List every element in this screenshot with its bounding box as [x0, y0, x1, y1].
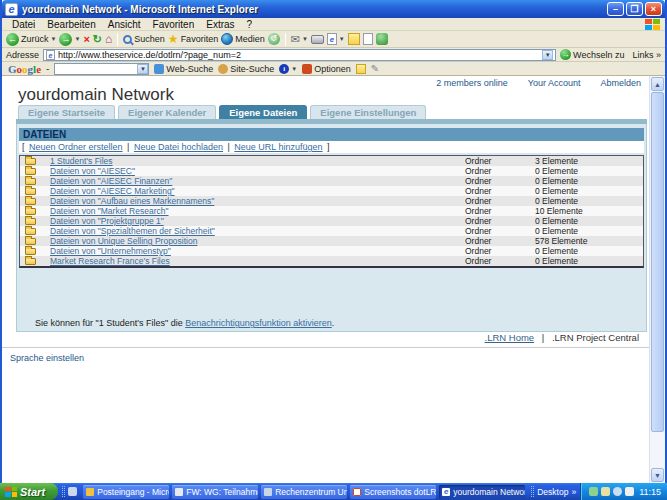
language-link[interactable]: Sprache einstellen	[10, 353, 84, 363]
history-button[interactable]: ↺	[268, 33, 280, 45]
links-toolbar[interactable]: Links »	[632, 50, 661, 60]
taskbar-grip[interactable]	[531, 486, 534, 497]
folder-link[interactable]: Market Research France's Files	[50, 256, 170, 266]
minimize-button[interactable]: –	[607, 2, 624, 16]
outlook-icon	[86, 488, 94, 496]
home-button[interactable]: ⌂	[105, 33, 112, 46]
google-search-input[interactable]: ▼	[54, 63, 149, 75]
scroll-down-icon[interactable]: ▼	[651, 468, 664, 482]
address-url[interactable]: http://www.theservice.de/dotlrn/?page_nu…	[58, 50, 539, 60]
table-row: Dateien von "AIESEC Finanzen" Ordner 0 E…	[20, 176, 643, 186]
logout-link[interactable]: Abmelden	[600, 78, 641, 88]
tray-network-icon[interactable]	[613, 487, 622, 496]
search-label: Suchen	[134, 34, 165, 44]
back-dropdown-icon[interactable]: ▼	[51, 36, 57, 42]
folder-link[interactable]: Dateien von "AIESEC"	[50, 166, 135, 176]
mail-button[interactable]: ✉▼	[291, 33, 308, 46]
folder-link[interactable]: Dateien von Unique Selling Proposition	[50, 236, 197, 246]
messenger-button[interactable]	[376, 33, 388, 45]
discuss-button[interactable]	[348, 33, 360, 45]
page-info-button[interactable]: i ▼	[279, 64, 297, 74]
desktop-chevron-icon[interactable]: »	[571, 487, 576, 497]
folder-link[interactable]: Dateien von "Projektgruppe 1"	[50, 216, 164, 226]
footer-divider	[2, 347, 649, 348]
title-bar[interactable]: e yourdomain Network - Microsoft Interne…	[2, 0, 665, 18]
lrn-home-link[interactable]: .LRN Home	[485, 332, 535, 343]
print-button[interactable]	[311, 35, 324, 44]
tab-3[interactable]: Eigene Dateien	[219, 105, 307, 119]
address-input[interactable]: e http://www.theservice.de/dotlrn/?page_…	[43, 49, 556, 61]
edit-dropdown-icon[interactable]: ▼	[339, 36, 345, 42]
menu-item[interactable]: Favoriten	[147, 19, 201, 30]
menu-item[interactable]: Datei	[6, 19, 41, 30]
forward-dropdown-icon[interactable]: ▼	[74, 36, 80, 42]
taskbar-grip[interactable]	[62, 486, 65, 497]
refresh-button[interactable]: ↻	[93, 33, 102, 46]
folder-link[interactable]: Dateien von "Spezialthemen der Sicherhei…	[50, 226, 215, 236]
quick-launch-icon[interactable]	[68, 487, 77, 496]
search-button[interactable]: Suchen	[123, 34, 165, 44]
media-globe-icon	[221, 33, 233, 45]
window-icon	[264, 488, 272, 496]
row-type-cell: Ordner	[465, 206, 535, 216]
back-button[interactable]: ← Zurück ▼	[6, 33, 56, 46]
folder-link[interactable]: 1 Student's Files	[50, 156, 113, 166]
mail-dropdown-icon[interactable]: ▼	[302, 36, 308, 42]
taskbar-task-button[interactable]: Screenshots dotLRN...	[350, 485, 436, 499]
task-label: Posteingang - Micros...	[97, 487, 169, 497]
folder-link[interactable]: Dateien von "Market Research"	[50, 206, 168, 216]
tab-4[interactable]: Eigene Einstellungen	[310, 105, 426, 119]
info-dropdown-icon[interactable]: ▼	[291, 66, 297, 72]
go-button[interactable]: → Wechseln zu	[560, 49, 624, 60]
media-button[interactable]: Medien	[221, 33, 265, 45]
address-dropdown-icon[interactable]: ▼	[542, 50, 553, 60]
your-account-link[interactable]: Your Account	[528, 78, 581, 88]
pencil-button[interactable]: ✎	[371, 63, 379, 74]
menu-item[interactable]: ?	[241, 19, 259, 30]
row-type-cell: Ordner	[465, 176, 535, 186]
menu-item[interactable]: Ansicht	[102, 19, 147, 30]
close-button[interactable]: ×	[645, 2, 662, 16]
file-action-link[interactable]: Neuen Ordner erstellen	[29, 142, 123, 152]
row-icon-cell	[20, 157, 50, 165]
page-title: yourdomain Network	[18, 85, 174, 105]
file-action-link[interactable]: Neue Datei hochladen	[134, 142, 223, 152]
vertical-scrollbar[interactable]: ▲ ▼	[649, 76, 665, 483]
desktop-toolbar[interactable]: Desktop »	[527, 486, 580, 497]
stop-button[interactable]: ×	[83, 33, 89, 46]
menu-item[interactable]: Extras	[200, 19, 240, 30]
highlight-button[interactable]	[356, 64, 366, 74]
folder-link[interactable]: Dateien von "Unternehmenstyp"	[50, 246, 171, 256]
members-online-link[interactable]: 2 members online	[436, 78, 508, 88]
taskbar-task-button[interactable]: Posteingang - Micros...	[83, 485, 169, 499]
start-button[interactable]: Start	[0, 483, 58, 500]
folder-link[interactable]: Dateien von "Aufbau eines Markennamens"	[50, 196, 214, 206]
go-label: Wechseln zu	[573, 50, 624, 60]
lrn-project-central-link[interactable]: .LRN Project Central	[552, 332, 639, 343]
tray-messenger-icon[interactable]	[625, 487, 634, 496]
scroll-up-icon[interactable]: ▲	[651, 77, 664, 91]
tray-update-icon[interactable]	[589, 487, 598, 496]
forward-button[interactable]: → ▼	[59, 33, 80, 46]
folder-link[interactable]: Dateien von "AIESEC Marketing"	[50, 186, 175, 196]
research-button[interactable]	[363, 33, 373, 45]
web-search-button[interactable]: Web-Suche	[154, 64, 213, 74]
tray-volume-icon[interactable]	[601, 487, 610, 496]
taskbar-task-button[interactable]: FW: WG: Teilnahme v...	[172, 485, 258, 499]
options-button[interactable]: Optionen	[302, 64, 351, 74]
site-search-button[interactable]: Site-Suche	[218, 64, 274, 74]
favorites-button[interactable]: ★ Favoriten	[168, 32, 218, 46]
taskbar-task-button[interactable]: Rechenzentrum Uni K...	[261, 485, 347, 499]
menu-item[interactable]: Bearbeiten	[41, 19, 101, 30]
scrollbar-thumb[interactable]	[651, 92, 664, 432]
tab-2[interactable]: Eigener Kalender	[118, 105, 216, 119]
tab-1[interactable]: Eigene Startseite	[18, 105, 115, 119]
folder-link[interactable]: Dateien von "AIESEC Finanzen"	[50, 176, 172, 186]
maximize-button[interactable]: ❐	[626, 2, 643, 16]
refresh-icon: ↻	[93, 33, 102, 46]
google-search-dropdown-icon[interactable]: ▼	[137, 64, 148, 74]
file-action-link[interactable]: Neue URL hinzufügen	[234, 142, 322, 152]
notification-link[interactable]: Benachrichtigungsfunktion aktivieren	[185, 318, 332, 328]
taskbar-task-button[interactable]: e yourdomain Network ...	[439, 485, 525, 499]
edit-button[interactable]: e▼	[327, 33, 345, 45]
